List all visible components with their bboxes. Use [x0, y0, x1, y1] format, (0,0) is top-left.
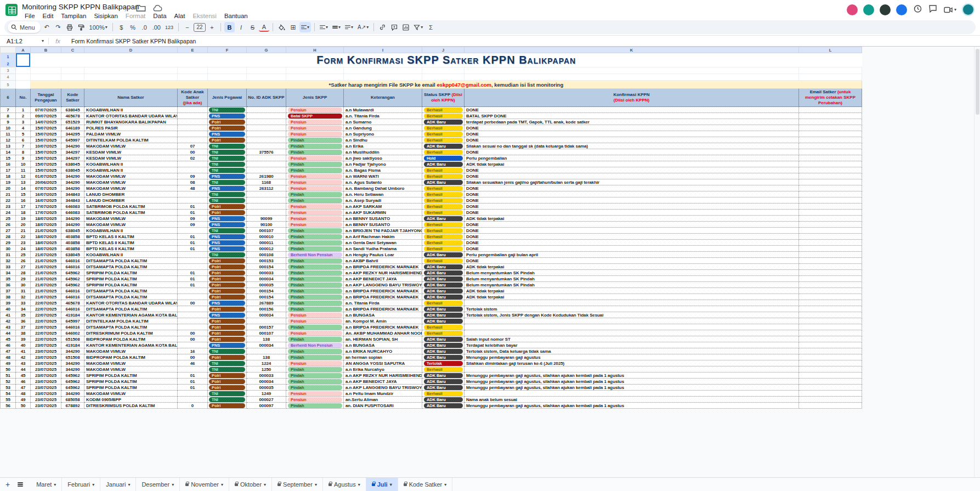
cell-tanggal[interactable]: 22/07/2025	[31, 300, 61, 306]
cell-jenis-skpp[interactable]: Pindah	[286, 373, 344, 379]
cell-kode-satker[interactable]: 638045	[61, 107, 84, 113]
empty-cell[interactable]	[61, 74, 84, 81]
cell-keterangan[interactable]: a.n BRIPDA FREDERICK MARNAEK	[344, 324, 422, 330]
cell-jenis-skpp[interactable]: Pensiun	[286, 204, 344, 210]
cell-kode-satker[interactable]: 344290	[61, 173, 84, 179]
cell-no[interactable]: 19	[16, 216, 31, 222]
cell-jenis-pegawai[interactable]: TNI	[208, 167, 247, 173]
font-size-input[interactable]: 22	[194, 23, 206, 32]
empty-cell[interactable]	[16, 81, 31, 89]
cell-jenis-skpp[interactable]: Pindah	[286, 137, 344, 143]
cell-kode-anak[interactable]	[178, 294, 208, 300]
cell-no[interactable]: 29	[16, 276, 31, 282]
cell-nama-satker[interactable]: SATBRIMOB POLDA KALTIM	[84, 210, 178, 216]
cell-no[interactable]: 23	[16, 240, 31, 246]
cell-email-satker[interactable]	[799, 258, 862, 264]
cell-nama-satker[interactable]: MAKODAM VI/MLW	[84, 222, 178, 228]
tab-menu-arrow-icon[interactable]: ▾	[221, 482, 223, 487]
cell-nama-satker[interactable]: MAKODAM VI/MLW	[84, 348, 178, 354]
row-header-26[interactable]: 26	[1, 222, 16, 228]
cell-kode-satker[interactable]: 678892	[61, 403, 84, 409]
cell-tanggal[interactable]: 15/07/2025	[31, 161, 61, 167]
extension-icon-teal[interactable]	[863, 4, 874, 15]
cell-kode-anak[interactable]	[178, 366, 208, 373]
empty-cell[interactable]	[178, 74, 208, 81]
cell-konfirmasi[interactable]: Belum menyantumkan SK Pindah	[464, 270, 799, 276]
cell-status-skpp[interactable]: Berhasil	[422, 137, 464, 143]
text-color-button[interactable]: A	[259, 23, 269, 32]
cell-jenis-skpp[interactable]: Pindah	[286, 161, 344, 167]
cell-keterangan[interactable]: a.n Peltu Imam Mundzir	[344, 391, 422, 397]
row-header-6[interactable]: 6	[1, 89, 16, 107]
cell-jenis-skpp[interactable]: Pensiun	[286, 125, 344, 131]
column-header-I[interactable]: I	[344, 47, 422, 53]
cell-jenis-pegawai[interactable]: Polri	[208, 373, 247, 379]
cell-tanggal[interactable]: 23/07/2025	[31, 403, 61, 409]
row-header-44[interactable]: 44	[1, 330, 16, 336]
cell-no-id-adk[interactable]: 000157	[247, 324, 286, 330]
cell-konfirmasi[interactable]: Menunggu pembayaran gaji agustus, silahk…	[464, 373, 799, 379]
cell-konfirmasi[interactable]	[464, 300, 799, 306]
cell-email-satker[interactable]	[799, 197, 862, 204]
cell-no-id-adk[interactable]: 000035	[247, 385, 286, 391]
cell-jenis-pegawai[interactable]: Polri	[208, 258, 247, 264]
cell-jenis-skpp[interactable]: Pindah	[286, 197, 344, 204]
cell-kode-satker[interactable]: 344290	[61, 179, 84, 185]
cell-keterangan[interactable]: a.n Muslihuddiin	[344, 149, 422, 155]
cell-kode-satker[interactable]: 645997	[61, 137, 84, 143]
cell-nama-satker[interactable]: KODIM 0905/BPP	[84, 397, 178, 403]
menu-file[interactable]: File	[21, 12, 39, 20]
cell-tanggal[interactable]: 21/07/2025	[31, 264, 61, 270]
spreadsheet-grid[interactable]: ABCDEFGHIJKL1Form Konfirmasi SKPP Satker…	[0, 47, 980, 477]
cell-jenis-skpp[interactable]: Pensiun	[286, 155, 344, 161]
cell-keterangan[interactable]: a.n. Agus Sutanto	[344, 179, 422, 185]
cell-status-skpp[interactable]: Berhasil	[422, 107, 464, 113]
cell-tanggal[interactable]: 23/07/2025	[31, 397, 61, 403]
cell-status-skpp[interactable]: ADK Baru	[422, 264, 464, 270]
empty-cell[interactable]	[464, 67, 799, 74]
cell-no-id-adk[interactable]: 000034	[247, 379, 286, 385]
cell-kode-satker[interactable]: 419184	[61, 342, 84, 348]
cell-tanggal[interactable]: 21/07/2025	[31, 270, 61, 276]
cell-tanggal[interactable]: 21/07/2025	[31, 228, 61, 234]
cell-no-id-adk[interactable]: 1224	[247, 360, 286, 366]
row-header-53[interactable]: 53	[1, 385, 16, 391]
format-currency-button[interactable]: $	[116, 22, 127, 32]
cell-no[interactable]: 21	[16, 228, 31, 234]
cell-no-id-adk[interactable]: 000010	[247, 234, 286, 240]
cell-konfirmasi[interactable]: DONE	[464, 185, 799, 191]
cell-no[interactable]: 30	[16, 282, 31, 288]
cell-keterangan[interactable]: a.n Erika	[344, 143, 422, 149]
meet-present-icon[interactable]: ▾	[943, 5, 956, 15]
cell-nama-satker[interactable]: DITINTELKAM POLDA KALTIM	[84, 137, 178, 143]
row-header-21[interactable]: 21	[1, 191, 16, 197]
cell-email-satker[interactable]	[799, 391, 862, 397]
cell-kode-anak[interactable]: 09	[178, 222, 208, 228]
cell-email-satker[interactable]	[799, 228, 862, 234]
cell-no[interactable]: 16	[16, 197, 31, 204]
cell-no[interactable]: 12	[16, 173, 31, 179]
cell-no-id-adk[interactable]: 000027	[247, 397, 286, 403]
cell-jenis-pegawai[interactable]: PNS	[208, 222, 247, 228]
cell-kode-satker[interactable]: 646083	[61, 210, 84, 216]
cell-kode-anak[interactable]: 01	[178, 379, 208, 385]
sheet-tab-juli[interactable]: Juli▾	[366, 478, 398, 491]
cell-no[interactable]: 42	[16, 354, 31, 360]
cell-no[interactable]: 1	[16, 107, 31, 113]
cell-jenis-skpp[interactable]: Pindah	[286, 366, 344, 373]
cell-email-satker[interactable]	[799, 366, 862, 373]
cell-konfirmasi[interactable]: DONE	[464, 167, 799, 173]
cell-no-id-adk[interactable]: 1250	[247, 366, 286, 373]
print-button[interactable]	[65, 22, 75, 32]
cell-keterangan[interactable]: an. Kompol M. Amin	[344, 318, 422, 324]
cell-kode-anak[interactable]	[178, 107, 208, 113]
cell-kode-satker[interactable]: 344290	[61, 366, 84, 373]
decrease-decimal-button[interactable]: .0	[139, 22, 150, 32]
cell-jenis-pegawai[interactable]: PNS	[208, 342, 247, 348]
cell-jenis-skpp[interactable]: Berhenti Non Pensiun	[286, 342, 344, 348]
cell-jenis-skpp[interactable]: Pindah	[286, 264, 344, 270]
cell-status-skpp[interactable]: Berhasil	[422, 185, 464, 191]
cell-status-skpp[interactable]: Berhasil	[422, 228, 464, 234]
column-header-F[interactable]: F	[208, 47, 247, 53]
column-header-A[interactable]: A	[16, 47, 31, 53]
